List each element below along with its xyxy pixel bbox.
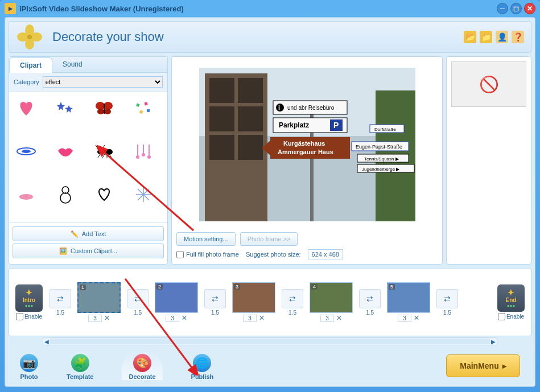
- svg-point-7: [97, 109, 104, 114]
- svg-rect-45: [209, 135, 234, 160]
- timeline-slide[interactable]: 43✕: [308, 282, 354, 322]
- intro-enable-label[interactable]: Enable: [16, 313, 42, 320]
- svg-rect-12: [139, 110, 143, 114]
- main-menu-button[interactable]: MainMenu ▸: [446, 354, 520, 377]
- clipart-pink-heart[interactable]: [14, 96, 39, 121]
- template-icon: 🧩: [71, 354, 89, 372]
- clipart-pink-blob[interactable]: [14, 182, 39, 207]
- close-button[interactable]: ✕: [524, 3, 535, 14]
- transition-duration: 1.5: [211, 310, 219, 316]
- add-text-button[interactable]: ✏️ Add Text: [13, 226, 164, 241]
- app-title: iPixSoft Video Slideshow Maker (Unregist…: [19, 5, 184, 13]
- transition-duration: 1.5: [288, 310, 296, 316]
- svg-text:Kurgästehaus: Kurgästehaus: [283, 140, 325, 147]
- clipart-pink-tassels[interactable]: [131, 139, 156, 164]
- end-enable-label[interactable]: Enable: [498, 313, 524, 320]
- transition-icon[interactable]: ⇄: [50, 289, 71, 308]
- titlebar: ▶ iPixSoft Video Slideshow Maker (Unregi…: [0, 0, 540, 17]
- nav-photo[interactable]: 📷 Photo: [20, 352, 38, 380]
- full-fill-checkbox[interactable]: [176, 251, 184, 258]
- clipart-confetti[interactable]: [131, 96, 156, 121]
- svg-text:P: P: [333, 121, 339, 130]
- open-icon[interactable]: 📂: [464, 31, 476, 43]
- preview-panel: und abr Reisebüro i Parkplatz P Kurgäste…: [171, 56, 443, 265]
- delete-slide-icon[interactable]: ✕: [182, 314, 187, 322]
- svg-point-32: [62, 187, 69, 193]
- clipart-ant[interactable]: [92, 139, 117, 164]
- svg-point-18: [106, 149, 113, 155]
- svg-rect-44: [238, 106, 263, 131]
- full-fill-checkbox-label[interactable]: Full fill photo frame: [176, 251, 239, 258]
- svg-point-5: [96, 102, 105, 110]
- end-enable-checkbox[interactable]: [498, 313, 505, 320]
- scroll-left-icon[interactable]: ◀: [43, 338, 50, 345]
- header: Decorate your show 📂 📁 👤 ❓: [9, 21, 531, 53]
- photo-frame-button[interactable]: Photo frame >>: [240, 232, 298, 246]
- svg-rect-11: [144, 102, 147, 105]
- plus-icon: ✦: [508, 288, 514, 297]
- nav-decorate[interactable]: 🎨 Decorate: [122, 352, 162, 380]
- svg-rect-10: [136, 103, 139, 106]
- page-title: Decorate your show: [52, 30, 164, 44]
- clipart-snowman-outline[interactable]: [53, 182, 78, 207]
- nav-publish[interactable]: 🌐 Publish: [191, 352, 214, 380]
- clipart-snowflake[interactable]: [131, 182, 156, 207]
- transition-icon[interactable]: ⇄: [127, 289, 149, 308]
- svg-text:Tennis/Squash ▶: Tennis/Squash ▶: [364, 156, 399, 162]
- chevron-right-icon: ▸: [502, 361, 506, 370]
- logo-icon: [16, 23, 43, 51]
- custom-clipart-button[interactable]: 🖼️ Custom Clipart...: [13, 244, 164, 258]
- tab-sound[interactable]: Sound: [52, 57, 93, 72]
- timeline-slide[interactable]: 23✕: [154, 282, 199, 322]
- publish-icon: 🌐: [193, 354, 211, 372]
- svg-line-23: [109, 154, 112, 158]
- svg-text:Dorfstraße: Dorfstraße: [374, 127, 396, 132]
- disabled-thumbnail: 🚫: [451, 61, 526, 107]
- minimize-button[interactable]: ─: [497, 3, 508, 14]
- svg-point-26: [136, 155, 139, 159]
- timeline-slide[interactable]: 53✕: [386, 282, 431, 322]
- svg-point-28: [142, 153, 145, 156]
- intro-button[interactable]: ✦ Intro ●●●: [15, 284, 43, 312]
- svg-line-20: [102, 145, 105, 148]
- svg-point-8: [104, 109, 111, 114]
- svg-point-4: [27, 35, 32, 39]
- intro-enable-checkbox[interactable]: [16, 313, 23, 320]
- tab-clipart[interactable]: Clipart: [9, 57, 52, 73]
- svg-line-19: [96, 145, 98, 148]
- transition-icon[interactable]: ⇄: [204, 289, 226, 308]
- category-select[interactable]: effect: [43, 76, 163, 88]
- save-icon[interactable]: 📁: [480, 31, 492, 43]
- transition-icon[interactable]: ⇄: [359, 289, 381, 308]
- timeline-slide[interactable]: 13✕: [76, 282, 122, 322]
- timeline-slide[interactable]: 33✕: [231, 282, 277, 322]
- svg-point-6: [104, 102, 113, 110]
- timeline-scrollbar[interactable]: ◀ ▶: [43, 337, 497, 345]
- clipart-heart-outline[interactable]: [92, 182, 117, 207]
- delete-slide-icon[interactable]: ✕: [336, 314, 342, 322]
- nav-template[interactable]: 🧩 Template: [67, 352, 93, 380]
- user-icon[interactable]: 👤: [496, 31, 508, 43]
- delete-slide-icon[interactable]: ✕: [414, 314, 419, 322]
- slide-duration: 3: [243, 315, 257, 322]
- svg-point-16: [97, 150, 103, 154]
- suggest-size-value: 624 x 468: [308, 249, 343, 259]
- motion-setting-button[interactable]: Motion setting...: [176, 232, 236, 246]
- clipart-pink-lips[interactable]: [53, 139, 78, 164]
- scroll-right-icon[interactable]: ▶: [490, 338, 497, 345]
- clipart-blue-oval[interactable]: [14, 139, 39, 164]
- delete-slide-icon[interactable]: ✕: [104, 314, 110, 322]
- clipart-grid: [9, 92, 167, 222]
- transition-icon[interactable]: ⇄: [436, 289, 458, 308]
- clipart-blue-stars[interactable]: [53, 96, 78, 121]
- clipart-butterfly[interactable]: [92, 96, 117, 121]
- preview-image[interactable]: und abr Reisebüro i Parkplatz P Kurgäste…: [199, 68, 415, 221]
- maximize-button[interactable]: ◻: [510, 3, 522, 14]
- timeline-track[interactable]: ⇄1.513✕⇄1.523✕⇄1.533✕⇄1.543✕⇄1.553✕⇄1.5: [49, 272, 491, 332]
- slide-duration: 3: [88, 315, 102, 322]
- delete-slide-icon[interactable]: ✕: [259, 314, 265, 322]
- transition-icon[interactable]: ⇄: [282, 289, 303, 308]
- help-icon[interactable]: ❓: [512, 31, 524, 43]
- end-button[interactable]: ✦ End ●●●: [497, 284, 525, 312]
- svg-rect-43: [209, 106, 234, 131]
